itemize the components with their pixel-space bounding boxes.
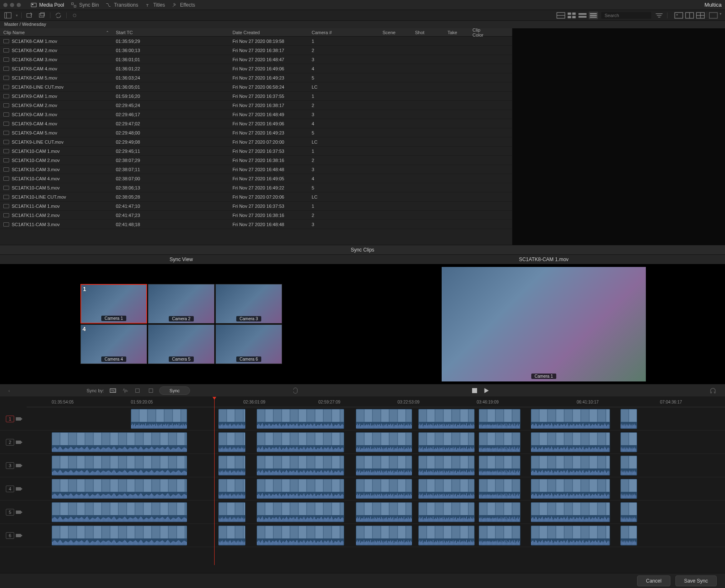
import-folder-button[interactable] xyxy=(38,12,47,19)
sync-out-icon[interactable] xyxy=(147,387,154,394)
dropdown-caret-icon[interactable]: ▾ xyxy=(16,13,18,17)
col-name[interactable]: Clip Name⌃ xyxy=(0,30,112,35)
timeline-clip[interactable] xyxy=(418,409,475,429)
clip-row[interactable]: SC1ATK10-LINE CUT.mov 02:38:05;28 Fri No… xyxy=(0,192,512,202)
clip-row[interactable]: SC1ATK8-LINE CUT.mov 01:36:05;01 Fri Nov… xyxy=(0,82,512,92)
playhead[interactable] xyxy=(214,398,215,565)
timeline-clip[interactable] xyxy=(52,456,187,476)
timeline-clip[interactable] xyxy=(356,502,412,522)
clip-row[interactable]: SC1ATK11-CAM 3.mov 02:41:48;18 Fri Nov 2… xyxy=(0,220,512,229)
timeline-clip[interactable] xyxy=(531,432,610,452)
clip-row[interactable]: SC1ATK8-CAM 2.mov 01:36:00;13 Fri Nov 27… xyxy=(0,46,512,55)
timeline-clip[interactable] xyxy=(479,456,520,476)
viewer-image-button[interactable] xyxy=(674,12,683,19)
multicam-cell[interactable]: Camera 5 xyxy=(148,324,215,364)
track-header[interactable]: 2 xyxy=(0,439,27,446)
timeline-clip[interactable] xyxy=(418,432,475,452)
timeline-clip[interactable] xyxy=(620,526,637,546)
clip-row[interactable]: SC1ATK10-CAM 2.mov 02:38:07;29 Fri Nov 2… xyxy=(0,156,512,165)
track-lane[interactable] xyxy=(27,525,725,546)
sync-in-icon[interactable] xyxy=(134,387,142,394)
dropdown-caret-icon[interactable]: ▾ xyxy=(720,12,722,19)
view-metadata-button[interactable] xyxy=(556,12,565,19)
multicam-viewer[interactable]: 1Camera 1Camera 2Camera 34Camera 4Camera… xyxy=(0,264,362,384)
timeline-clip[interactable] xyxy=(620,456,637,476)
breadcrumb[interactable]: Master / Wednesday xyxy=(0,21,725,28)
timeline-clip[interactable] xyxy=(52,479,187,499)
timeline-clip[interactable] xyxy=(218,526,245,546)
headphones-icon[interactable] xyxy=(709,387,717,394)
clip-row[interactable]: SC1ATK8-CAM 1.mov 01:35:59;29 Fri Nov 27… xyxy=(0,37,512,46)
tab-titles[interactable]: T Titles xyxy=(145,2,165,8)
timeline-clip[interactable] xyxy=(418,479,475,499)
import-button[interactable] xyxy=(25,12,34,19)
clip-row[interactable]: SC1ATK10-CAM 4.mov 02:38:07;00 Fri Nov 2… xyxy=(0,174,512,183)
clip-row[interactable]: SC1ATK11-CAM 2.mov 02:41:47;23 Fri Nov 2… xyxy=(0,211,512,220)
timeline-clip[interactable] xyxy=(531,526,610,546)
timeline-clip[interactable] xyxy=(479,409,520,429)
track-lane[interactable] xyxy=(27,478,725,500)
search-input[interactable] xyxy=(601,12,651,19)
track-lane[interactable] xyxy=(27,501,725,523)
sidebar-toggle[interactable] xyxy=(3,12,12,19)
track-header[interactable]: 6 xyxy=(0,532,27,539)
multicam-cell[interactable]: Camera 3 xyxy=(215,284,282,324)
timeline-clip[interactable] xyxy=(356,409,412,429)
multicam-cell[interactable]: Camera 2 xyxy=(148,284,215,324)
filter-button[interactable] xyxy=(655,12,664,19)
timeline-clip[interactable] xyxy=(52,502,187,522)
clip-row[interactable]: SC1ATK9-CAM 5.mov 02:29:48;00 Fri Nov 27… xyxy=(0,128,512,137)
clip-row[interactable]: SC1ATK10-CAM 5.mov 02:38:06;13 Fri Nov 2… xyxy=(0,183,512,192)
timeline-clip[interactable] xyxy=(479,479,520,499)
tab-effects[interactable]: Effects xyxy=(172,2,195,8)
min-dot[interactable] xyxy=(10,3,14,7)
col-date[interactable]: Date Created xyxy=(229,30,308,35)
viewer-grid-button[interactable] xyxy=(696,12,705,19)
timeline-clip[interactable] xyxy=(218,456,245,476)
clip-table-body[interactable]: SC1ATK8-CAM 1.mov 01:35:59;29 Fri Nov 27… xyxy=(0,37,512,245)
tab-sync-bin[interactable]: Sync Bin xyxy=(71,2,99,8)
timeline-clip[interactable] xyxy=(257,526,344,546)
clip-row[interactable]: SC1ATK11-CAM 1.mov 02:41:47;10 Fri Nov 2… xyxy=(0,202,512,211)
timeline-clip[interactable] xyxy=(620,409,637,429)
clip-row[interactable]: SC1ATK8-CAM 4.mov 01:36:01;22 Fri Nov 27… xyxy=(0,64,512,73)
col-start-tc[interactable]: Start TC xyxy=(112,30,229,35)
timeline-clip[interactable] xyxy=(531,456,610,476)
multicam-cell[interactable]: 4Camera 4 xyxy=(80,324,147,364)
timeline-clip[interactable] xyxy=(418,526,475,546)
timeline-clip[interactable] xyxy=(131,409,187,429)
clip-row[interactable]: SC1ATK9-CAM 4.mov 02:29:47;02 Fri Nov 27… xyxy=(0,119,512,128)
multicam-cell[interactable]: 1Camera 1 xyxy=(80,284,147,324)
view-strip-button[interactable] xyxy=(578,12,587,19)
clip-row[interactable]: SC1ATK9-CAM 3.mov 02:29:46;17 Fri Nov 27… xyxy=(0,110,512,119)
timeline-ruler[interactable]: 01:35:54:0501:59:20:0502:36:01:0902:59:2… xyxy=(27,398,725,407)
col-shot[interactable]: Shot xyxy=(412,30,444,35)
clip-row[interactable]: SC1ATK8-CAM 3.mov 01:36:01;01 Fri Nov 27… xyxy=(0,55,512,64)
timeline-clip[interactable] xyxy=(479,526,520,546)
viewer-out-button[interactable] xyxy=(709,12,718,19)
timeline-clip[interactable] xyxy=(418,456,475,476)
timeline-clip[interactable] xyxy=(257,432,344,452)
track-header[interactable]: 5 xyxy=(0,509,27,516)
col-color[interactable]: Clip Color xyxy=(469,27,494,37)
clip-row[interactable]: SC1ATK10-CAM 1.mov 02:29:45;11 Fri Nov 2… xyxy=(0,147,512,156)
play-icon[interactable] xyxy=(482,387,490,394)
timeline-clip[interactable] xyxy=(418,502,475,522)
timeline-clip[interactable] xyxy=(479,432,520,452)
track-lane[interactable] xyxy=(27,455,725,476)
timeline-clip[interactable] xyxy=(257,479,344,499)
timeline-clip[interactable] xyxy=(620,479,637,499)
timeline-clip[interactable] xyxy=(356,479,412,499)
timeline-clip[interactable] xyxy=(531,502,610,522)
timeline-clip[interactable] xyxy=(52,432,187,452)
timeline-clip[interactable] xyxy=(479,502,520,522)
clip-row[interactable]: SC1ATK8-CAM 5.mov 01:36:03;24 Fri Nov 27… xyxy=(0,73,512,82)
tab-transitions[interactable]: Transitions xyxy=(105,2,138,8)
loop-icon[interactable] xyxy=(292,387,299,394)
track-header[interactable]: 1 xyxy=(0,416,27,422)
view-list-button[interactable] xyxy=(589,12,598,19)
timeline-clip[interactable] xyxy=(620,432,637,452)
track-lane[interactable] xyxy=(27,431,725,453)
viewer-split-button[interactable] xyxy=(685,12,694,19)
window-controls[interactable] xyxy=(3,3,21,7)
